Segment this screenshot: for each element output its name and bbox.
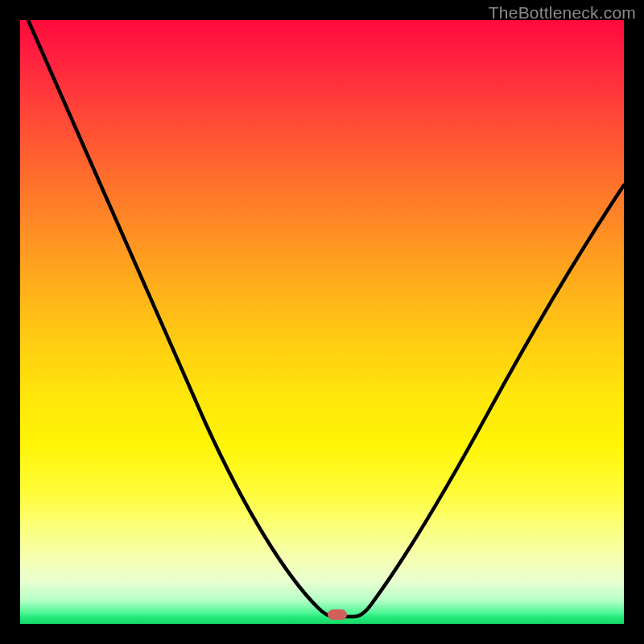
plot-area <box>20 20 624 624</box>
chart-container: TheBottleneck.com <box>0 0 644 644</box>
optimal-point-marker <box>328 609 347 620</box>
curve-path <box>28 20 624 617</box>
bottleneck-curve <box>20 20 624 624</box>
watermark-text: TheBottleneck.com <box>489 3 636 23</box>
